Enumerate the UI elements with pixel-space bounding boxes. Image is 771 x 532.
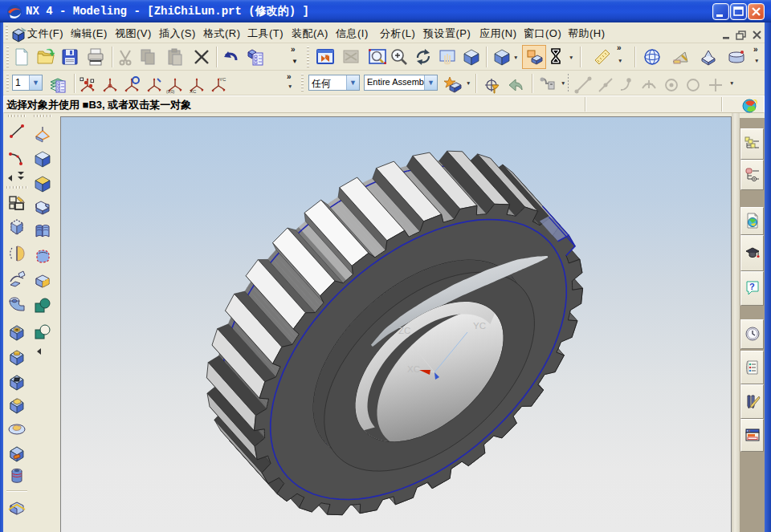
svg-text:YC: YC <box>473 321 486 331</box>
svg-text:YC: YC <box>219 77 226 82</box>
svg-text:(0,0): (0,0) <box>166 89 175 94</box>
svg-text:?: ? <box>749 282 755 291</box>
svg-text:XC: XC <box>407 364 420 374</box>
svg-text:XC: XC <box>190 89 197 94</box>
svg-text:ZC: ZC <box>398 326 410 335</box>
